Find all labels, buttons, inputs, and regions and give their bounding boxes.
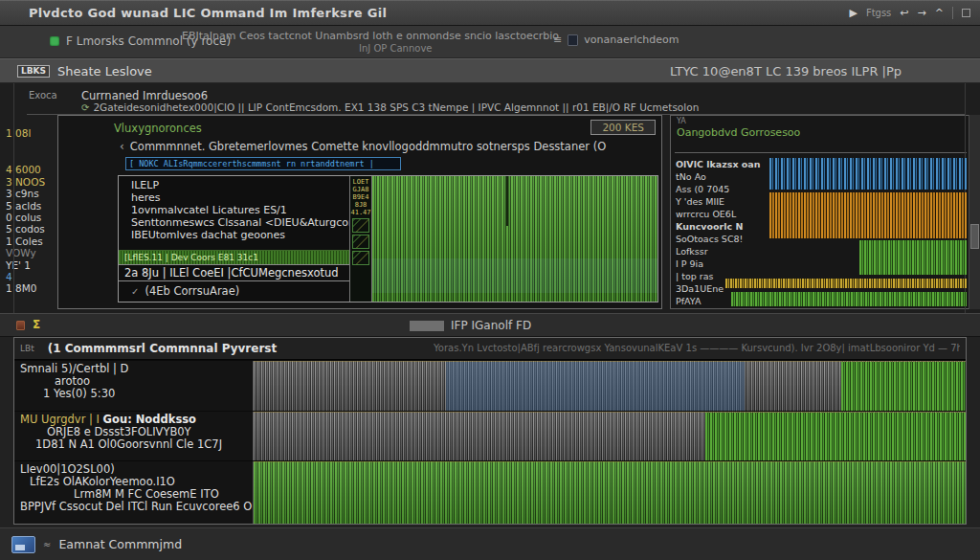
- menu-icon[interactable]: ≡: [553, 34, 562, 46]
- result-list-item[interactable]: heres: [131, 191, 349, 204]
- undo-icon[interactable]: ↩: [900, 7, 908, 19]
- playhead-marker[interactable]: [506, 176, 508, 226]
- results-column: ILELPheres1ovnmalvcatel Licatures ES/1Se…: [119, 176, 350, 302]
- track-label[interactable]: tNo Ao: [676, 170, 967, 183]
- timeline-track-silver[interactable]: [254, 412, 966, 461]
- titlebar: Plvdcto God wunad LIC Ommand Im Imferksr…: [0, 0, 980, 26]
- panel-tab-indicator: [410, 321, 444, 331]
- axis-label: 3 NOOS: [6, 176, 56, 188]
- gauge-cell: [352, 235, 369, 249]
- track-label[interactable]: PfAYA: [676, 295, 967, 307]
- result-list-item[interactable]: 1ovnmalvcatel Licatures ES/1: [131, 204, 349, 216]
- gauge-value: 41.47: [350, 209, 371, 216]
- middle-strip: Σ IFP IGanolf FD: [0, 313, 980, 337]
- toolbar: F Lmorsks Commnol (y roce) EBJtaInam Ceo…: [0, 26, 980, 58]
- timeline-row-labels: LIev00|1O2SL00)LfE2s OlAKolorYeemoo.I1OL…: [14, 461, 254, 524]
- command-note: ‹Commmnnet. Gbretemerlovmes Comette knov…: [120, 140, 606, 153]
- value-axis: 1 08l4 60003 NOOS3 c9ns5 aclds0 colus5 c…: [6, 127, 56, 295]
- play-icon[interactable]: ▶: [849, 7, 857, 19]
- tabbar-status-text: LTYC 10@en8T LC 139 breos ILPR |Pp: [670, 64, 902, 78]
- upper-section: Exoca Currnaned Imrduesoo6 ⟳2Gateidesoni…: [0, 83, 980, 313]
- tab-badge[interactable]: LBKS: [17, 65, 50, 78]
- marker-icon[interactable]: [16, 321, 25, 330]
- window-box-icon[interactable]: [962, 9, 970, 17]
- panel-status-label: Vluxygnoronces: [114, 122, 202, 135]
- app-window: Plvdcto God wunad LIC Ommand Im Imferksr…: [0, 0, 980, 560]
- activity-graph[interactable]: [372, 176, 657, 302]
- panel-tab-label: IFP IGanolf FD: [451, 319, 531, 332]
- timeline-row-labels: Smnali 5)/Certbl | Darotoo1 Yes(0) 5:30: [14, 361, 254, 411]
- results-list: ILELPheres1ovnmalvcatel Licatures ES/1Se…: [119, 176, 349, 250]
- timeline-panel: LBt (1 Commmmsrl Commnnal Pyvrerst Yoras…: [13, 337, 967, 525]
- track-label[interactable]: Y 'des MIIE: [676, 195, 967, 208]
- gauge-value: GJA8: [350, 186, 371, 193]
- terminal-window-icon[interactable]: [11, 536, 35, 553]
- comparison-panel: YA Oangobdvd Gorrosesoo OlVlC lkazsx oan…: [670, 115, 980, 309]
- timeline-track-silver[interactable]: [254, 361, 966, 411]
- gauge-column: LOETGJA8B9E48J841.47: [350, 176, 372, 302]
- axis-label: 1 Coles: [6, 235, 56, 247]
- event-line[interactable]: 1 Yes(0) 5:30: [20, 388, 253, 400]
- axis-label: 4: [6, 271, 56, 282]
- axis-label: YE' 1: [6, 259, 56, 271]
- track-label[interactable]: Lofkssr: [676, 245, 967, 258]
- section-subheading-text: 2Gateidesonidhetex000|ClO || LlP ContEmc…: [93, 101, 699, 113]
- track-label[interactable]: Kuncvoorlc N: [676, 220, 967, 233]
- section-subheading: ⟳2Gateidesonidhetex000|ClO || LlP ContEm…: [81, 101, 965, 113]
- scrollbar-thumb[interactable]: [970, 224, 979, 249]
- event-line[interactable]: BPPJVf Cssocut Del ITCl Run Ecuvcoree6 O…: [20, 501, 253, 513]
- gauge-values: LOETGJA8B9E48J841.47: [350, 176, 371, 216]
- command-input[interactable]: [125, 157, 401, 170]
- track-label[interactable]: | top ras: [676, 270, 967, 282]
- window-title: Plvdcto God wunad LIC Ommand Im Imferksr…: [29, 6, 387, 20]
- track-label[interactable]: 3Da1UEne: [676, 282, 967, 295]
- event-line[interactable]: arotoo: [20, 375, 253, 388]
- caret-icon[interactable]: ^: [935, 7, 944, 19]
- result-list-item[interactable]: ILELP: [131, 179, 349, 191]
- track-label[interactable]: OlVlC lkazsx oan: [676, 158, 967, 170]
- redo-icon[interactable]: →: [918, 7, 926, 19]
- timeline-title: (1 Commmmsrl Commnnal Pyvrerst: [48, 342, 277, 355]
- gauge-cell: [352, 218, 369, 233]
- status-bar: ≈ Eamnat Commmjmd: [0, 527, 980, 560]
- tab-bar: LBKS Sheate Leslove LTYC 10@en8T LC 139 …: [0, 58, 980, 83]
- axis-label: 5 codos: [6, 223, 56, 235]
- toolbar-right-group[interactable]: ≡ vonanaerlchdeom: [553, 34, 679, 46]
- axis-label: VOWy: [6, 247, 56, 258]
- scrollbar[interactable]: [969, 115, 980, 309]
- gear-icon[interactable]: ⟳: [81, 102, 89, 113]
- section-header: Exoca Currnaned Imrduesoo6 ⟳2Gateidesoni…: [27, 87, 965, 115]
- track-label[interactable]: wrrcrcu OE6L: [676, 208, 967, 220]
- event-line[interactable]: 1D81 N A1 Ol0Goorsvnnl Cle 1C7J: [20, 438, 253, 451]
- timeline-row: MU Ugrgdvr | I Gou: NoddkssoORJE8 e Dsss…: [14, 411, 966, 461]
- results-footer: ✓(4Eb CorrsuArae): [119, 281, 349, 302]
- result-list-item[interactable]: IBEUtomlves dachat geoones: [131, 229, 349, 241]
- tab-active-label[interactable]: Sheate Leslove: [57, 64, 152, 78]
- status-prefix-icon: ≈: [43, 539, 51, 549]
- status-dot-icon: [50, 36, 59, 46]
- command-results-box: ILELPheres1ovnmalvcatel Licatures ES/1Se…: [118, 175, 658, 302]
- database-icon[interactable]: [568, 34, 578, 46]
- results-footer-text: (4Eb CorrsuArae): [145, 284, 239, 298]
- track-label[interactable]: I P 9ia: [676, 258, 967, 270]
- timeline-track-green[interactable]: [254, 461, 966, 524]
- result-list-item[interactable]: Senttonmeswcs Clssanal <DIEU&Aturgcondot…: [131, 216, 349, 229]
- highlighted-result-row[interactable]: [LflES.11 | Dev Coors E81 31c1: [119, 250, 349, 264]
- toolbar-right-label: vonanaerlchdeom: [584, 34, 679, 46]
- section-heading: Currnaned Imrduesoo6: [81, 89, 208, 102]
- timeline-row: LIev00|1O2SL00)LfE2s OlAKolorYeemoo.I1OL…: [14, 460, 966, 524]
- event-line[interactable]: Smnali 5)/Certbl | D: [20, 363, 253, 375]
- track-label[interactable]: Ass (0 7045: [676, 183, 967, 195]
- track-label[interactable]: SoOtoacs SC8!: [676, 233, 967, 245]
- separator: [952, 7, 953, 19]
- panel-tab[interactable]: IFP IGanolf FD: [410, 319, 531, 332]
- sigma-icon[interactable]: Σ: [33, 318, 40, 331]
- result-row[interactable]: 2a 8Ju | ILEl CoeEI |CfCUMegcnesxotud: [119, 264, 349, 281]
- event-line[interactable]: ORJE8 e Dssst3FOLIVYB0Y: [20, 426, 253, 438]
- activity-graph-band: [372, 258, 657, 292]
- axis-label: 1 8M0: [6, 282, 56, 294]
- event-line[interactable]: MU Ugrgdvr | I Gou: Noddksso: [20, 414, 253, 426]
- timeline-header: LBt (1 Commmmsrl Commnnal Pyvrerst Yoras…: [14, 338, 966, 360]
- status-label: Eamnat Commmjmd: [58, 537, 182, 551]
- check-icon: ✓: [131, 286, 139, 297]
